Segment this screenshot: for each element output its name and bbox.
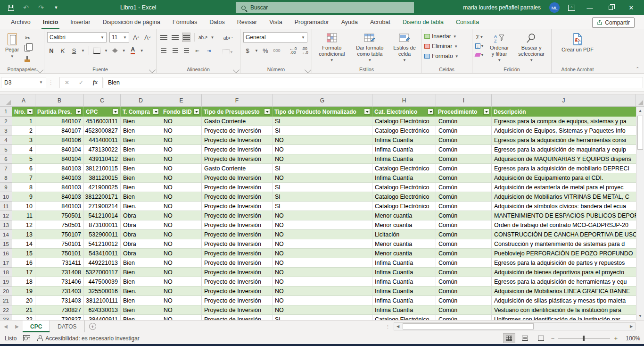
cell[interactable]: Común: [436, 202, 492, 211]
paste-button[interactable]: Pegar ▼: [3, 31, 21, 66]
cell[interactable]: 449221013: [84, 258, 121, 268]
cell[interactable]: NO: [161, 230, 202, 239]
ribbon-tab[interactable]: Ayuda: [335, 15, 364, 29]
cell[interactable]: Proyecto de Inversión: [202, 202, 272, 211]
cell[interactable]: NO: [272, 239, 372, 249]
cell[interactable]: 11: [12, 211, 35, 220]
table-header-cell[interactable]: Tipo de Presupuesto: [202, 107, 272, 117]
cell[interactable]: 750101: [35, 249, 84, 258]
cell[interactable]: 8: [12, 183, 35, 192]
cell[interactable]: Infima Cuantía: [372, 287, 436, 296]
zoom-level[interactable]: 100%: [621, 335, 640, 342]
page-layout-view-icon[interactable]: [519, 333, 531, 343]
new-sheet-button[interactable]: +: [85, 321, 101, 332]
cell[interactable]: NO: [161, 183, 202, 192]
accessibility-status[interactable]: Accesibilidad: es necesario investigar: [37, 335, 139, 342]
cell[interactable]: NO: [161, 135, 202, 145]
cell[interactable]: Bien.: [121, 287, 161, 296]
cell[interactable]: Construcción y mantenimiento de sistemas…: [492, 239, 644, 249]
cell[interactable]: Bien: [121, 126, 161, 135]
cell[interactable]: 840107: [35, 126, 84, 135]
decrease-decimal-icon[interactable]: .00 →.0: [300, 46, 309, 55]
cell[interactable]: NO: [161, 258, 202, 268]
filter-dropdown-icon[interactable]: [153, 109, 159, 115]
cell[interactable]: Menor cuantia: [372, 220, 436, 230]
column-letter[interactable]: H: [372, 94, 436, 106]
avatar[interactable]: ML: [549, 2, 560, 13]
underline-button[interactable]: S: [70, 46, 78, 55]
cell[interactable]: 20: [12, 296, 35, 305]
cell[interactable]: 840104: [35, 145, 84, 154]
cell[interactable]: Obra: [121, 211, 161, 220]
cell[interactable]: Gasto Corriente: [202, 164, 272, 173]
cell[interactable]: 14: [12, 239, 35, 249]
filter-dropdown-icon[interactable]: [193, 109, 199, 115]
cell[interactable]: 4516003111: [84, 117, 121, 126]
cell[interactable]: Uniformes con identificación de la insti…: [492, 315, 644, 320]
cell[interactable]: Común: [436, 211, 492, 220]
cell[interactable]: Común: [436, 268, 492, 277]
cell[interactable]: Proyecto de Inversión: [202, 173, 272, 183]
cell[interactable]: NO: [161, 277, 202, 287]
table-header-cell[interactable]: Descripción: [492, 107, 644, 117]
row-number[interactable]: 10: [0, 192, 12, 202]
cell[interactable]: 3812100115: [84, 164, 121, 173]
cell[interactable]: Común: [436, 154, 492, 164]
sheet-tab[interactable]: CPC: [23, 321, 50, 332]
normal-view-icon[interactable]: [503, 333, 515, 343]
table-header-cell[interactable]: Partida Pres.: [35, 107, 84, 117]
cell[interactable]: NO: [161, 268, 202, 277]
row-number[interactable]: 6: [0, 154, 12, 164]
font-name-combo[interactable]: Calibri▼: [47, 32, 107, 42]
ribbon-tab[interactable]: Datos: [203, 15, 231, 29]
table-header-cell[interactable]: Tipo de Producto Normalizado: [272, 107, 372, 117]
ribbon-tab[interactable]: Disposición de página: [97, 15, 166, 29]
comma-style-icon[interactable]: 000: [272, 46, 281, 55]
cell[interactable]: NO: [272, 305, 372, 315]
increase-indent-icon[interactable]: ⇥: [205, 46, 213, 55]
horizontal-scroll-thumb[interactable]: [403, 323, 534, 329]
ribbon-tab[interactable]: Fórmulas: [166, 15, 203, 29]
cell[interactable]: Común: [436, 192, 492, 202]
ribbon-tab[interactable]: Inicio: [37, 15, 65, 29]
borders-icon[interactable]: [93, 46, 101, 55]
row-number[interactable]: 17: [0, 258, 12, 268]
cell[interactable]: Bien: [121, 277, 161, 287]
cell[interactable]: Bien: [121, 164, 161, 173]
filter-dropdown-icon[interactable]: [112, 109, 118, 115]
ribbon-tab[interactable]: Consulta: [450, 15, 485, 29]
cell[interactable]: Infima Cuantía: [372, 154, 436, 164]
cell[interactable]: NO: [161, 173, 202, 183]
cell[interactable]: Adquisición de estantería de metal para …: [492, 183, 644, 192]
column-letter[interactable]: E: [161, 94, 202, 106]
cell[interactable]: Bien.: [121, 202, 161, 211]
cell[interactable]: Infima Cuantía: [372, 305, 436, 315]
number-format-combo[interactable]: General▼: [243, 32, 307, 42]
cell[interactable]: 4: [12, 145, 35, 154]
filter-dropdown-icon[interactable]: [27, 109, 33, 115]
insert-cells-button[interactable]: Insertar▼: [424, 32, 469, 41]
cell[interactable]: SI: [272, 183, 372, 192]
cell[interactable]: 840103: [35, 202, 84, 211]
cell[interactable]: 730827: [35, 305, 84, 315]
align-center-icon[interactable]: [171, 46, 179, 55]
cell[interactable]: 381120015: [84, 173, 121, 183]
cell[interactable]: 731403: [35, 287, 84, 296]
cell[interactable]: Egresos para la adquisición de maquinari…: [492, 145, 644, 154]
cell[interactable]: Bien: [121, 173, 161, 183]
column-letter[interactable]: D: [121, 94, 161, 106]
cell[interactable]: Menor cuantia: [372, 239, 436, 249]
cell[interactable]: NO: [161, 239, 202, 249]
find-select-button[interactable]: Buscar y seleccionar▼: [514, 31, 548, 66]
cell[interactable]: NO: [161, 249, 202, 258]
row-number[interactable]: 5: [0, 145, 12, 154]
scroll-up-icon[interactable]: ▲: [636, 107, 644, 115]
cell[interactable]: Obra: [121, 239, 161, 249]
cell[interactable]: 10: [12, 202, 35, 211]
insert-function-icon[interactable]: fx: [88, 79, 102, 86]
cell[interactable]: Proyecto de Inversión: [202, 135, 272, 145]
cell[interactable]: 13: [12, 230, 35, 239]
cell[interactable]: Catalogo Electrónico: [372, 183, 436, 192]
restore-button[interactable]: [604, 0, 617, 15]
row-number[interactable]: 23: [0, 315, 12, 320]
